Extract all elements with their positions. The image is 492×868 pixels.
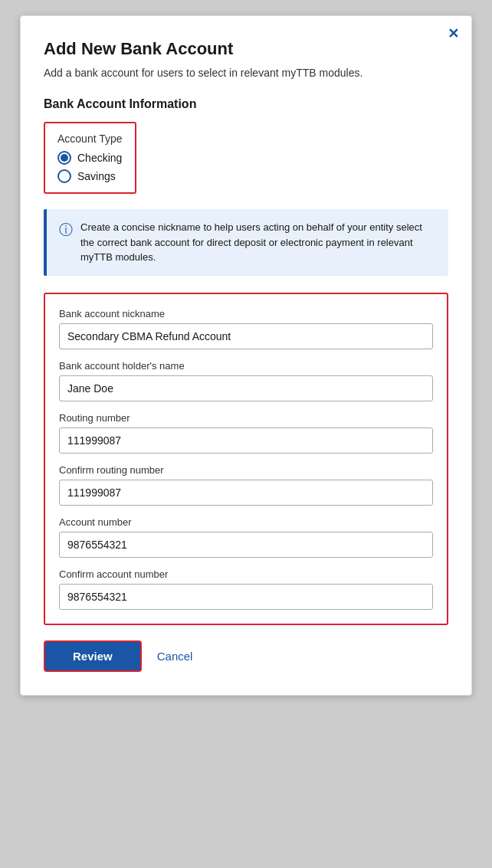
label-holder-name: Bank account holder's name: [59, 360, 433, 372]
label-routing: Routing number: [59, 412, 433, 424]
checking-radio-label: Checking: [77, 152, 122, 164]
label-confirm-account: Confirm account number: [59, 568, 433, 580]
modal-container: ✕ Add New Bank Account Add a bank accoun…: [20, 15, 472, 696]
info-icon: ⓘ: [59, 221, 73, 239]
form-section: Bank account nickname Bank account holde…: [44, 293, 448, 625]
input-holder-name[interactable]: [59, 375, 433, 401]
label-confirm-routing: Confirm routing number: [59, 464, 433, 476]
input-routing[interactable]: [59, 427, 433, 454]
info-text: Create a concise nickname to help users …: [80, 220, 436, 265]
label-account-number: Account number: [59, 516, 433, 528]
savings-radio-icon: [57, 169, 71, 183]
label-nickname: Bank account nickname: [59, 308, 433, 319]
account-type-label: Account Type: [57, 133, 123, 145]
input-confirm-account[interactable]: [59, 584, 433, 610]
field-holder-name: Bank account holder's name: [59, 360, 433, 401]
modal-title: Add New Bank Account: [44, 39, 448, 59]
checking-radio-option[interactable]: Checking: [57, 151, 123, 165]
review-button[interactable]: Review: [44, 640, 142, 672]
section-title: Bank Account Information: [44, 97, 448, 111]
field-account-number: Account number: [59, 516, 433, 558]
field-nickname: Bank account nickname: [59, 308, 433, 349]
account-type-section: Account Type Checking Savings: [44, 122, 136, 194]
field-confirm-routing: Confirm routing number: [59, 464, 433, 506]
savings-radio-option[interactable]: Savings: [57, 169, 123, 183]
input-account-number[interactable]: [59, 532, 433, 558]
cancel-button[interactable]: Cancel: [157, 650, 193, 663]
close-button[interactable]: ✕: [448, 25, 459, 42]
field-routing: Routing number: [59, 412, 433, 454]
modal-subtitle: Add a bank account for users to select i…: [44, 67, 448, 79]
button-row: Review Cancel: [44, 640, 448, 672]
field-confirm-account: Confirm account number: [59, 568, 433, 610]
checking-radio-icon: [57, 151, 71, 165]
savings-radio-label: Savings: [77, 170, 116, 182]
input-nickname[interactable]: [59, 323, 433, 349]
input-confirm-routing[interactable]: [59, 480, 433, 506]
info-box: ⓘ Create a concise nickname to help user…: [44, 209, 448, 276]
